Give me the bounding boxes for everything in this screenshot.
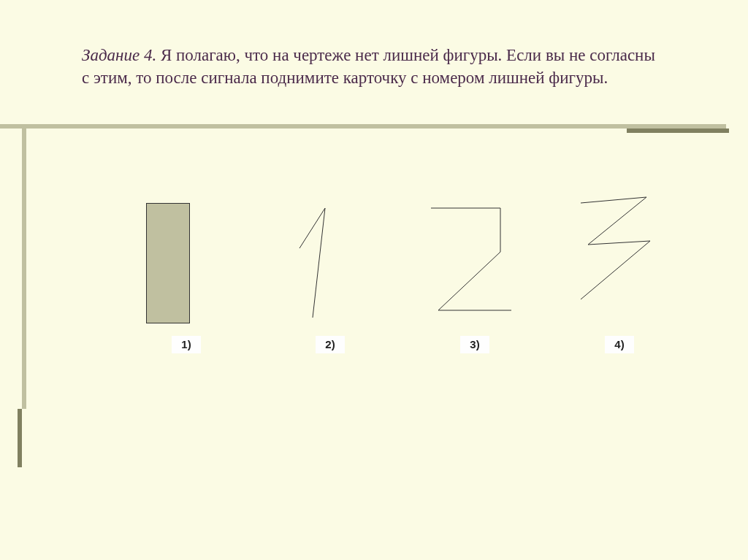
divider-vertical-dark — [18, 409, 22, 467]
figure-4-shape — [570, 190, 657, 307]
figure-3-shape — [424, 201, 519, 318]
divider-horizontal-light — [0, 124, 726, 129]
task-text: Я полагаю, что на чертеже нет лишней фиг… — [82, 46, 655, 87]
svg-line-9 — [581, 241, 650, 299]
divider-vertical-light — [22, 129, 26, 409]
option-label-2: 2) — [316, 336, 345, 353]
task-title: Задание 4. Я полагаю, что на чертеже нет… — [82, 44, 666, 89]
figure-1-rectangle — [146, 203, 190, 323]
svg-line-6 — [581, 197, 646, 203]
svg-line-4 — [438, 252, 500, 310]
option-label-4: 4) — [605, 336, 634, 353]
svg-line-7 — [588, 197, 646, 245]
svg-line-8 — [588, 241, 650, 245]
option-label-1: 1) — [172, 336, 201, 353]
divider-horizontal-dark — [627, 129, 729, 133]
option-label-3: 3) — [460, 336, 489, 353]
figure-2-shape — [292, 204, 343, 321]
task-number: Задание 4. — [82, 46, 156, 64]
